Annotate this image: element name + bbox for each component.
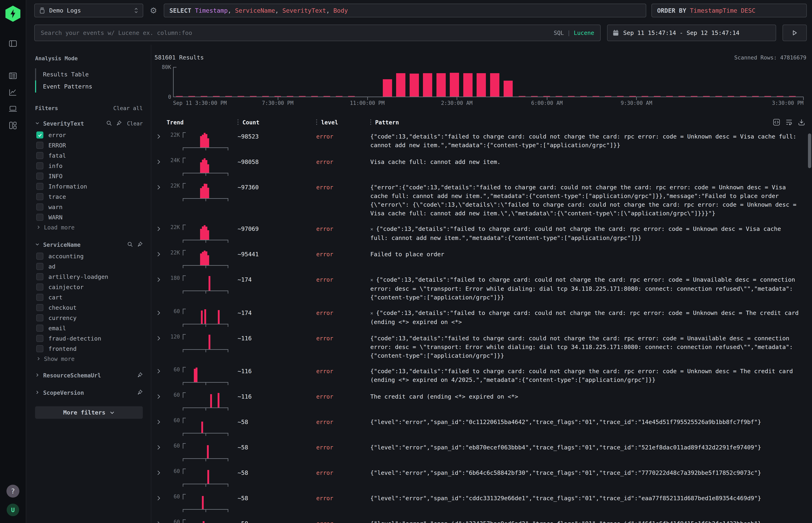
- expand-row-button[interactable]: [155, 418, 166, 426]
- filter-option-cainjector[interactable]: cainjector: [35, 282, 143, 292]
- checkbox-unchecked[interactable]: [36, 263, 43, 270]
- exclude-pattern-marker[interactable]: ×: [370, 227, 373, 232]
- expand-row-button[interactable]: [155, 392, 166, 400]
- client-sessions-icon[interactable]: [6, 103, 19, 115]
- search-logs-icon[interactable]: [6, 69, 19, 82]
- checkbox-unchecked[interactable]: [36, 193, 43, 200]
- exclude-pattern-marker[interactable]: ×: [370, 310, 373, 316]
- run-query-button[interactable]: [782, 24, 807, 41]
- filter-group-header-severitytext[interactable]: SeverityTextClear: [35, 120, 143, 127]
- source-settings-button[interactable]: ⚙: [148, 6, 159, 15]
- pin-icon[interactable]: [116, 120, 122, 127]
- filter-option-cart[interactable]: cart: [35, 292, 143, 303]
- table-row[interactable]: 22K~98523error{"code":13,"details":"fail…: [155, 128, 806, 153]
- checkbox-checked[interactable]: [36, 131, 43, 139]
- checkbox-unchecked[interactable]: [36, 214, 43, 221]
- filter-option-checkout[interactable]: checkout: [35, 303, 143, 313]
- wrap-text-icon[interactable]: [785, 119, 793, 126]
- filter-option-info[interactable]: info: [35, 161, 143, 171]
- checkbox-unchecked[interactable]: [36, 325, 43, 332]
- pin-icon[interactable]: [137, 241, 143, 248]
- filter-group-more-link[interactable]: Load more: [35, 222, 143, 233]
- dashboards-icon[interactable]: [6, 119, 19, 132]
- expand-row-button[interactable]: [155, 367, 166, 375]
- expand-row-button[interactable]: [155, 158, 166, 166]
- expand-row-button[interactable]: [155, 519, 166, 523]
- clear-all-filters-link[interactable]: Clear all: [113, 105, 143, 111]
- column-header-level[interactable]: level: [316, 119, 370, 126]
- column-header-trend[interactable]: Trend: [166, 119, 237, 126]
- filter-option-error[interactable]: ERROR: [35, 140, 143, 150]
- order-by-input[interactable]: ORDER BY TimestampTime DESC: [651, 4, 807, 17]
- scrollbar-thumb[interactable]: [808, 133, 811, 168]
- table-row[interactable]: 22K~97069error×{"code":13,"details":"fai…: [155, 220, 806, 246]
- filter-group-clear-link[interactable]: Clear: [127, 121, 143, 127]
- expand-row-button[interactable]: [155, 443, 166, 451]
- table-row[interactable]: 60~58error{"level":"error","span_id":"33…: [155, 515, 806, 523]
- table-row[interactable]: 120~116error{"code":13,"details":"failed…: [155, 330, 806, 362]
- toggle-sql[interactable]: SQL: [554, 30, 564, 36]
- select-columns-input[interactable]: SELECT Timestamp, ServiceName, SeverityT…: [164, 4, 646, 17]
- checkbox-unchecked[interactable]: [36, 273, 43, 280]
- filter-group-header-scopeversion[interactable]: ScopeVersion: [35, 387, 143, 399]
- user-avatar[interactable]: U: [7, 504, 19, 516]
- expand-row-button[interactable]: [155, 224, 166, 233]
- checkbox-unchecked[interactable]: [36, 345, 43, 352]
- table-row[interactable]: 60~58error{"level":"error","span_id":"eb…: [155, 439, 806, 464]
- analysis-mode-event-patterns[interactable]: Event Patterns: [35, 80, 143, 92]
- hyperdx-logo-icon[interactable]: [5, 6, 20, 22]
- table-row[interactable]: 22K~95441errorFailed to place order: [155, 246, 806, 271]
- panel-toggle-icon[interactable]: [6, 37, 19, 50]
- column-resize-handle[interactable]: [316, 119, 317, 125]
- checkbox-unchecked[interactable]: [36, 335, 43, 342]
- filter-option-fraud-detection[interactable]: fraud-detection: [35, 333, 143, 344]
- filter-option-fatal[interactable]: fatal: [35, 150, 143, 161]
- exclude-pattern-marker[interactable]: ×: [370, 277, 373, 283]
- checkbox-unchecked[interactable]: [36, 304, 43, 311]
- help-button[interactable]: ?: [6, 485, 19, 498]
- checkbox-unchecked[interactable]: [36, 173, 43, 180]
- filter-option-trace[interactable]: trace: [35, 192, 143, 202]
- filter-option-warn[interactable]: warn: [35, 202, 143, 212]
- column-resize-handle[interactable]: [237, 119, 239, 125]
- table-row[interactable]: 60~58error{"level":"error","span_id":"0c…: [155, 413, 806, 439]
- filter-option-currency[interactable]: currency: [35, 313, 143, 323]
- table-row[interactable]: 60~58error{"level":"error","span_id":"cd…: [155, 489, 806, 515]
- table-row[interactable]: 60~116errorThe credit card (ending <*> e…: [155, 388, 806, 413]
- source-select[interactable]: Demo Logs: [34, 4, 143, 17]
- expand-row-button[interactable]: [155, 250, 166, 258]
- expand-row-button[interactable]: [155, 334, 166, 342]
- expand-row-button[interactable]: [155, 494, 166, 502]
- filter-option-error[interactable]: error: [35, 130, 143, 140]
- filter-option-warn[interactable]: WARN: [35, 212, 143, 222]
- toggle-lucene[interactable]: Lucene: [574, 30, 594, 36]
- table-row[interactable]: 60~116error{"code":13,"details":"failed …: [155, 362, 806, 388]
- search-icon[interactable]: [106, 120, 112, 127]
- checkbox-unchecked[interactable]: [36, 142, 43, 149]
- expand-row-button[interactable]: [155, 469, 166, 476]
- expand-row-button[interactable]: [155, 132, 166, 140]
- filter-option-frontend[interactable]: frontend: [35, 344, 143, 354]
- filter-group-header-resourceschemaurl[interactable]: ResourceSchemaUrl: [35, 369, 143, 381]
- pin-icon[interactable]: [137, 372, 143, 379]
- table-row[interactable]: 180~174error×{"code":13,"details":"faile…: [155, 271, 806, 304]
- column-resize-handle[interactable]: [370, 119, 371, 125]
- filter-option-info[interactable]: INFO: [35, 171, 143, 181]
- chart-explorer-icon[interactable]: [6, 86, 19, 99]
- checkbox-unchecked[interactable]: [36, 294, 43, 301]
- expand-row-button[interactable]: [155, 183, 166, 191]
- column-header-pattern[interactable]: Pattern: [370, 119, 806, 126]
- table-row[interactable]: 22K~97360error{"error":{"code":13,"detai…: [155, 179, 806, 220]
- filter-option-information[interactable]: Information: [35, 181, 143, 192]
- search-icon[interactable]: [127, 241, 133, 248]
- checkbox-unchecked[interactable]: [36, 183, 43, 190]
- checkbox-unchecked[interactable]: [36, 152, 43, 159]
- expand-row-button[interactable]: [155, 275, 166, 284]
- expand-row-button[interactable]: [155, 309, 166, 317]
- filter-option-ad[interactable]: ad: [35, 261, 143, 272]
- checkbox-unchecked[interactable]: [36, 314, 43, 321]
- event-search-input[interactable]: Search your events w/ Lucene ex. column:…: [34, 24, 601, 41]
- filter-option-email[interactable]: email: [35, 323, 143, 333]
- more-filters-button[interactable]: More filters: [35, 406, 143, 419]
- filter-group-header-servicename[interactable]: ServiceName: [35, 241, 143, 248]
